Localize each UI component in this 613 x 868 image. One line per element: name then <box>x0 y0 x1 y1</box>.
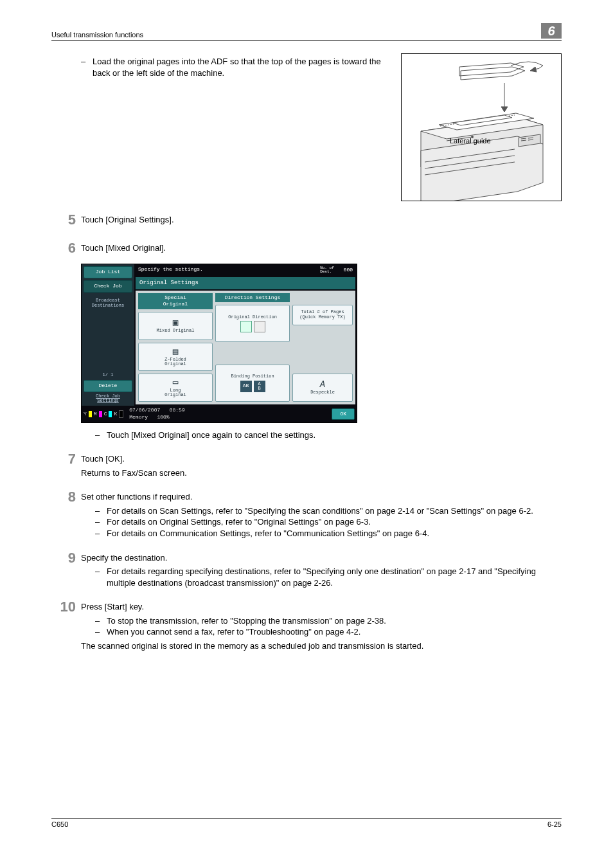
despeckle-icon: A <box>320 380 325 389</box>
bullet-dash: – <box>81 56 93 78</box>
long-original-button[interactable]: ▭ Long Original <box>138 374 213 402</box>
step-number-7: 7 <box>51 449 76 469</box>
ok-button[interactable]: OK <box>332 408 355 420</box>
step-10-b2: When you cannot send a fax, refer to "Tr… <box>107 626 562 638</box>
lcd-panel: Job List Check Job Broadcast Destination… <box>81 264 357 422</box>
toner-k-icon <box>119 410 123 418</box>
bullet-dash: – <box>95 615 107 627</box>
step-8-b1: For details on Scan Settings, refer to "… <box>107 505 562 517</box>
total-pages-label: Total # of Pages (Quick Memory TX) <box>299 310 345 320</box>
mixed-original-icon: ▣ <box>173 318 178 327</box>
step-8-text: Set other functions if required. <box>81 491 562 503</box>
chapter-number-box: 6 <box>541 23 562 39</box>
panel-memory-pct: 100% <box>157 414 169 420</box>
direction-settings-head: Direction Settings <box>215 293 290 303</box>
panel-date: 07/06/2007 <box>129 407 160 413</box>
panel-time: 08:59 <box>170 407 185 413</box>
step-number-6: 6 <box>51 239 76 258</box>
toner-m-icon <box>99 411 102 417</box>
panel-memory-label: Memory <box>129 414 148 420</box>
toner-c-icon <box>109 411 112 417</box>
running-head: Useful transmission functions 6 <box>51 26 562 41</box>
step-9-text: Specify the destination. <box>81 552 562 564</box>
mixed-original-button[interactable]: ▣ Mixed Original <box>138 312 213 340</box>
original-direction-button[interactable]: Original Direction <box>215 305 290 342</box>
job-list-button[interactable]: Job List <box>84 266 132 278</box>
step-10-b1: To stop the transmission, refer to "Stop… <box>107 615 562 627</box>
bullet-dash: – <box>95 566 107 588</box>
step-10-tail: The scanned original is stored in the me… <box>81 640 562 652</box>
toner-y-label: Y <box>84 411 87 418</box>
check-job-button[interactable]: Check Job <box>84 280 132 293</box>
zfolded-label: Z-Folded Original <box>164 357 186 367</box>
footer-model: C650 <box>51 820 68 828</box>
despeckle-label: Despeckle <box>310 390 335 395</box>
mixed-original-label: Mixed Original <box>157 329 195 333</box>
zfolded-icon: ▤ <box>173 347 178 356</box>
original-direction-label: Original Direction <box>228 315 277 320</box>
dest-count-label: No. of Dest. <box>320 266 334 274</box>
total-pages-button[interactable]: Total # of Pages (Quick Memory TX) <box>292 305 353 325</box>
check-job-settings: Check Job Settings <box>96 394 120 404</box>
binding-position-label: Binding Position <box>231 374 274 379</box>
broadcast-label: Broadcast Destinations <box>92 298 124 308</box>
page-footer: C650 6-25 <box>51 818 562 828</box>
long-original-icon: ▭ <box>173 378 178 387</box>
step-number-10: 10 <box>51 597 76 617</box>
long-original-label: Long Original <box>164 388 186 398</box>
step-number-9: 9 <box>51 548 76 568</box>
step-7-sub: Returns to Fax/Scan screen. <box>81 467 562 479</box>
step-number-5: 5 <box>51 210 76 230</box>
bullet-dash: – <box>95 528 107 539</box>
toner-m-label: M <box>94 411 97 418</box>
original-direction-icon <box>240 321 265 332</box>
toner-c-label: C <box>104 411 107 418</box>
bullet-dash: – <box>95 429 107 441</box>
bullet-dash: – <box>95 626 107 638</box>
step-6-text: Touch [Mixed Original]. <box>81 239 562 254</box>
delete-button[interactable]: Delete <box>84 380 132 392</box>
dest-count: 000 <box>344 267 353 273</box>
toner-k-label: K <box>114 411 117 418</box>
step-number-8: 8 <box>51 487 76 507</box>
step-8-b2: For details on Original Settings, refer … <box>107 516 562 528</box>
step-5-text: Touch [Original Settings]. <box>81 210 562 226</box>
despeckle-button[interactable]: A Despeckle <box>292 374 353 402</box>
step-9-b1: For details regarding specifying destina… <box>107 566 562 588</box>
binding-position-button[interactable]: Binding Position AB AB <box>215 365 290 402</box>
step-7-text: Touch [OK]. <box>81 453 562 465</box>
zfolded-original-button[interactable]: ▤ Z-Folded Original <box>138 343 213 371</box>
special-original-head: Special Original <box>138 293 213 310</box>
toner-y-icon <box>89 411 92 417</box>
bullet-dash: – <box>95 505 107 517</box>
adf-instruction: Load the original pages into the ADF so … <box>93 56 389 78</box>
step-6-note: Touch [Mixed Original] once again to can… <box>107 429 562 441</box>
step-10-text: Press [Start] key. <box>81 601 562 613</box>
footer-page: 6-25 <box>547 820 562 828</box>
bullet-dash: – <box>95 516 107 528</box>
step-8-b3: For details on Communication Settings, r… <box>107 528 562 539</box>
header-title: Useful transmission functions <box>51 31 143 39</box>
adf-illustration: Lateral guide <box>401 53 562 201</box>
binding-position-icon: AB AB <box>240 381 265 392</box>
specify-label: Specify the settings. <box>138 266 203 274</box>
panel-title: Original Settings <box>136 277 355 289</box>
lateral-guide-label: Lateral guide <box>450 136 491 146</box>
pager-label: 1/ 1 <box>103 373 114 378</box>
